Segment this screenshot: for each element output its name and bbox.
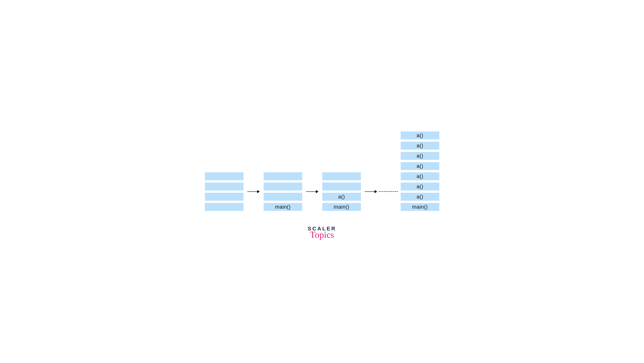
frame-label: a() <box>416 143 424 149</box>
logo-line-2: Topics <box>310 230 334 239</box>
stack-frame: a() <box>401 131 439 139</box>
frame-label: main() <box>334 204 349 210</box>
stack-frame <box>322 183 361 190</box>
stack-frame <box>205 193 244 201</box>
stack-frame <box>205 172 244 180</box>
stack-frame: main() <box>322 203 361 211</box>
arrow-1 <box>244 172 264 211</box>
stack-frame <box>264 172 302 180</box>
frame-label: a() <box>416 173 424 179</box>
stack-frame: a() <box>401 142 439 150</box>
stack-2: main() <box>264 172 302 211</box>
frame-label: main() <box>275 204 290 210</box>
stack-frame: a() <box>401 172 439 180</box>
stack-frame <box>264 193 302 201</box>
stack-frame: a() <box>322 193 361 201</box>
call-stack-diagram: main() a() main() a() a() a() a() a() a(… <box>201 124 443 215</box>
frame-label: a() <box>416 194 424 200</box>
stack-frame: main() <box>401 203 439 211</box>
stack-1 <box>205 172 244 211</box>
stack-frame <box>205 203 244 211</box>
frame-label: a() <box>416 132 424 138</box>
stack-4: a() a() a() a() a() a() a() main() <box>401 131 439 211</box>
stack-frame: a() <box>401 162 439 170</box>
stack-frame: a() <box>401 183 439 190</box>
arrow-icon <box>365 190 377 193</box>
stack-frame: a() <box>401 193 439 201</box>
arrow-3 <box>361 172 379 211</box>
stack-frame <box>205 183 244 190</box>
frame-label: a() <box>416 153 424 159</box>
stack-frame: main() <box>264 203 302 211</box>
frame-label: main() <box>412 204 428 210</box>
stack-frame <box>264 183 302 190</box>
dashed-continuation <box>379 172 401 211</box>
arrow-2 <box>302 172 322 211</box>
scaler-topics-logo: SCALER Topics <box>308 226 336 239</box>
dashed-line-icon <box>379 191 398 192</box>
frame-label: a() <box>416 183 424 190</box>
stack-frame <box>322 172 361 180</box>
stack-3: a() main() <box>322 172 361 211</box>
arrow-icon <box>247 190 260 193</box>
frame-label: a() <box>338 194 345 200</box>
arrow-icon <box>306 190 318 193</box>
frame-label: a() <box>416 163 424 169</box>
stack-frame: a() <box>401 152 439 160</box>
